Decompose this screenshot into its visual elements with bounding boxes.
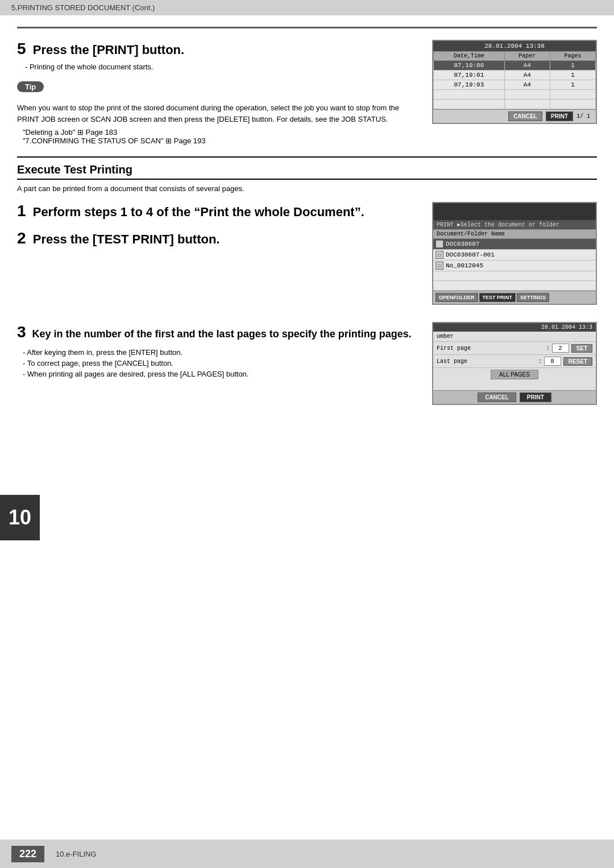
steps-1-2-area: 1 Perform steps 1 to 4 of the “Print the… (17, 202, 597, 305)
tip-container: Tip (17, 77, 421, 97)
step1-number: 1 (17, 202, 26, 220)
first-page-value: 2 (552, 344, 569, 353)
lcd1-page-info: 1/ 1 (576, 113, 590, 119)
lcd1-col-pages: Pages (550, 52, 595, 61)
lcd3-print-btn[interactable]: PRINT (520, 392, 551, 402)
lcd3-number-label: umber (433, 332, 596, 341)
footer-label: 10.e-FILING (56, 850, 97, 858)
lcd1-datetime: 28.01.2004 13:38 (433, 41, 596, 51)
step3-title: Key in the number of the first and the l… (32, 328, 412, 340)
lcd2-row-empty1 (433, 271, 596, 281)
lcd2-row-1[interactable]: □ DOC030607 (433, 239, 596, 250)
lcd2-nav: PRINT ▶Select the document or folder (433, 220, 596, 229)
lcd1-row2-date: 07,19:01 (434, 71, 505, 80)
lcd2-row-2[interactable]: □ DOC030607-001 (433, 250, 596, 261)
lcd2-col-header: Document/Folder Name (433, 229, 596, 239)
step3-bullet-3: When printing all pages are desired, pre… (23, 370, 421, 378)
first-page-label: First page (437, 345, 544, 352)
lcd2-footer: OPENFOLDER TEST PRINT SETTINGS (433, 291, 596, 304)
step5-header: 5 Press the [PRINT] button. (17, 40, 421, 58)
colon1: : (546, 345, 550, 352)
step5-title: Press the [PRINT] button. (33, 43, 184, 57)
last-page-label: Last page (437, 358, 536, 365)
lcd-screen-2: PRINT ▶Select the document or folder Doc… (432, 202, 597, 305)
lcd1-row3-paper: A4 (504, 80, 550, 90)
tip-text: When you want to stop the print of the s… (17, 102, 421, 125)
lcd1-row2-paper: A4 (504, 71, 550, 80)
step2-block: 2 Press the [TEST PRINT] button. (17, 229, 421, 247)
header-bar: 5.PRINTING STORED DOCUMENT (Cont.) (0, 0, 614, 15)
section3-area: 3 Key in the number of the first and the… (17, 322, 597, 405)
lcd1-row-empty1 (434, 90, 596, 100)
lcd1: 28.01.2004 13:38 Date,Time Paper Pages 0… (432, 40, 597, 124)
lcd1-row3-date: 07,19:03 (434, 80, 505, 90)
lcd1-row1-paper: A4 (504, 61, 550, 71)
step5-bullet: Printing of the whole document starts. (25, 63, 421, 71)
footer: 222 10.e-FILING (0, 840, 614, 868)
lcd1-row-2: 07,19:01 A4 1 (434, 71, 596, 80)
lcd3-last-row: Last page : 8 RESET (433, 354, 596, 367)
step3-bullets: After keying them in, press the [ENTER] … (23, 348, 421, 378)
lcd3-first-row: First page : 2 SET (433, 341, 596, 354)
lcd2-testprint-btn[interactable]: TEST PRINT (479, 293, 516, 302)
link2: "7.CONFIRMING THE STATUS OF SCAN" ⊞ Page… (23, 137, 421, 145)
lcd3-spacer (433, 381, 596, 390)
lcd2: PRINT ▶Select the document or folder Doc… (432, 202, 597, 305)
tip-badge: Tip (17, 81, 44, 92)
lcd1-row-1: 07,19:00 A4 1 (434, 61, 596, 71)
lcd1-row3-pages: 1 (550, 80, 595, 90)
step1-block: 1 Perform steps 1 to 4 of the “Print the… (17, 202, 421, 220)
lcd3-cancel-btn[interactable]: CANCEL (478, 392, 516, 402)
lcd1-cancel-btn[interactable]: CANCEL (508, 111, 542, 121)
lcd2-filename-2: DOC030607-001 (446, 251, 495, 258)
step1-title: Perform steps 1 to 4 of the “Print the w… (33, 205, 364, 219)
lcd1-row2-pages: 1 (550, 71, 595, 80)
lcd1-row-3: 07,19:03 A4 1 (434, 80, 596, 90)
all-pages-btn[interactable]: ALL PAGES (491, 370, 538, 379)
lcd2-filename-1: DOC030607 (446, 241, 479, 247)
step3-number: 3 (17, 323, 26, 341)
step1-header: 1 Perform steps 1 to 4 of the “Print the… (17, 202, 421, 220)
lcd2-top (433, 203, 596, 220)
lcd2-filename-3: No_0012045 (446, 262, 483, 269)
file-icon-2: □ (435, 251, 443, 259)
lcd1-print-btn[interactable]: PRINT (546, 111, 573, 121)
lcd3-footer: CANCEL PRINT (433, 390, 596, 404)
section-5: 5 Press the [PRINT] button. Printing of … (17, 40, 597, 158)
header-title: 5.PRINTING STORED DOCUMENT (Cont.) (11, 3, 155, 12)
step3-bullet-2: To correct page, press the [CANCEL] butt… (23, 359, 421, 367)
lcd2-openfolder-btn[interactable]: OPENFOLDER (435, 293, 478, 302)
footer-page-number: 222 (11, 846, 44, 862)
execute-test-header: Execute Test Printing (17, 163, 597, 180)
step2-title: Press the [TEST PRINT] button. (33, 232, 220, 246)
lcd1-table: Date,Time Paper Pages 07,19:00 A4 1 07,1… (433, 51, 596, 109)
colon2: : (538, 358, 542, 365)
lcd1-col-paper: Paper (504, 52, 550, 61)
section3-left: 3 Key in the number of the first and the… (17, 322, 421, 405)
lcd1-row1-date: 07,19:00 (434, 61, 505, 71)
lcd2-settings-btn[interactable]: SETTINGS (517, 293, 549, 302)
lcd1-row-empty2 (434, 100, 596, 109)
link1: "Deleting a Job" ⊞ Page 183 (23, 128, 421, 137)
steps-left: 1 Perform steps 1 to 4 of the “Print the… (17, 202, 421, 305)
top-divider (17, 27, 597, 28)
lcd1-col-datetime: Date,Time (434, 52, 505, 61)
step2-number: 2 (17, 229, 26, 247)
last-page-value: 8 (544, 357, 561, 366)
lcd1-footer: CANCEL PRINT 1/ 1 (433, 109, 596, 123)
lcd2-row-3[interactable]: □ No_0012045 (433, 261, 596, 271)
lcd1-row1-pages: 1 (550, 61, 595, 71)
lcd2-row-empty2 (433, 281, 596, 291)
main-content: 5 Press the [PRINT] button. Printing of … (0, 15, 614, 439)
lcd3-datetime: 28.01.2004 13:3 (433, 323, 596, 332)
step5-number: 5 (17, 40, 26, 57)
lcd3-allpages: ALL PAGES (433, 367, 596, 381)
lcd-screen-3: 28.01.2004 13:3 umber First page : 2 SET… (432, 322, 597, 405)
reset-btn[interactable]: RESET (563, 357, 592, 366)
step3-header: 3 Key in the number of the first and the… (17, 322, 421, 342)
set-btn[interactable]: SET (571, 344, 592, 353)
step3-bullet-1: After keying them in, press the [ENTER] … (23, 348, 421, 357)
file-icon-1: □ (435, 240, 443, 248)
execute-test-desc: A part can be printed from a document th… (17, 184, 597, 193)
section-5-left: 5 Press the [PRINT] button. Printing of … (17, 40, 421, 145)
